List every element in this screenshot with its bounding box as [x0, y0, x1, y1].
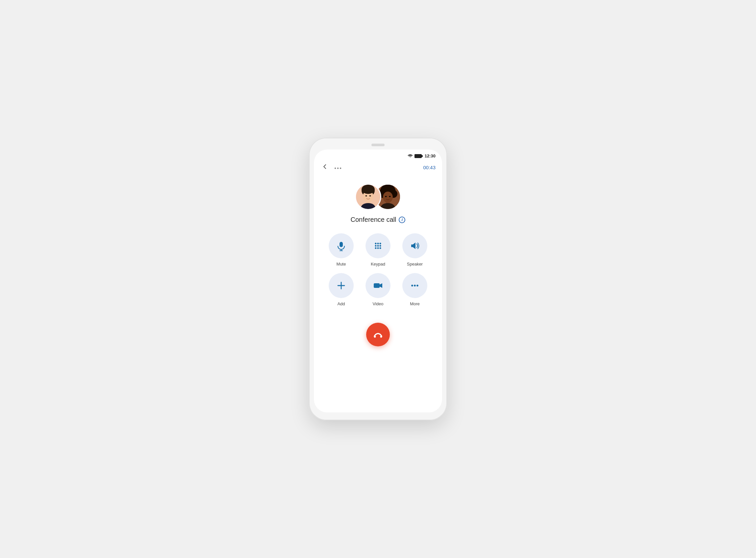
battery-icon [414, 154, 422, 158]
svg-point-10 [366, 195, 367, 197]
svg-point-7 [361, 185, 375, 194]
video-icon [373, 280, 383, 291]
svg-point-3 [340, 168, 341, 169]
speaker-button[interactable] [402, 233, 427, 258]
more-dots-icon [409, 280, 420, 291]
controls-grid: Mute [325, 233, 431, 306]
wifi-icon [408, 154, 413, 158]
avatars-group [355, 184, 401, 210]
control-item-add[interactable]: Add [325, 273, 357, 306]
svg-point-20 [385, 196, 387, 197]
svg-point-17 [383, 192, 393, 203]
keypad-icon [373, 240, 383, 251]
mute-button[interactable] [329, 233, 354, 258]
call-area: Conference call i [314, 174, 442, 412]
control-item-mute[interactable]: Mute [325, 233, 357, 267]
info-icon[interactable]: i [399, 217, 405, 223]
control-item-speaker[interactable]: Speaker [399, 233, 431, 267]
svg-point-25 [375, 243, 377, 245]
add-icon [336, 280, 347, 291]
svg-point-41 [380, 336, 382, 338]
phone-device: 12:30 00:43 [309, 138, 447, 420]
control-item-more[interactable]: More [399, 273, 431, 306]
svg-rect-22 [339, 242, 343, 247]
more-button[interactable] [402, 273, 427, 298]
phone-screen: 12:30 00:43 [314, 150, 442, 412]
back-button[interactable] [321, 162, 329, 173]
svg-point-33 [380, 248, 381, 249]
svg-point-38 [414, 285, 416, 286]
end-call-button[interactable] [366, 323, 390, 346]
svg-point-11 [370, 195, 371, 197]
speaker-label: Speaker [407, 261, 423, 267]
svg-rect-36 [374, 283, 380, 288]
control-item-keypad[interactable]: Keypad [362, 233, 394, 267]
svg-point-39 [417, 285, 419, 286]
hangup-icon [373, 330, 383, 339]
status-icons: 12:30 [408, 153, 435, 158]
video-label: Video [372, 301, 383, 306]
call-timer: 00:43 [423, 164, 435, 170]
video-button[interactable] [366, 273, 390, 298]
svg-point-26 [377, 243, 379, 245]
svg-point-27 [380, 243, 381, 245]
svg-point-37 [411, 285, 413, 286]
status-bar: 12:30 [314, 150, 442, 160]
top-bar: 00:43 [314, 160, 442, 174]
control-item-video[interactable]: Video [362, 273, 394, 306]
svg-point-28 [375, 245, 377, 247]
svg-point-40 [374, 336, 376, 338]
svg-point-30 [380, 245, 381, 247]
keypad-label: Keypad [371, 261, 385, 267]
svg-point-29 [377, 245, 379, 247]
add-label: Add [337, 301, 345, 306]
menu-dots-button[interactable] [334, 164, 342, 171]
svg-point-21 [389, 196, 391, 197]
svg-point-31 [375, 248, 377, 249]
avatar-1 [355, 184, 381, 210]
svg-marker-0 [409, 156, 411, 157]
svg-point-2 [337, 168, 338, 169]
svg-point-1 [335, 168, 336, 169]
mute-label: Mute [336, 261, 346, 267]
call-title: Conference call [351, 216, 396, 224]
add-button[interactable] [329, 273, 354, 298]
mic-icon [336, 240, 347, 251]
call-title-row: Conference call i [351, 216, 406, 224]
more-label: More [410, 301, 420, 306]
phone-notch [372, 144, 384, 146]
speaker-icon [409, 240, 420, 251]
svg-point-32 [377, 248, 379, 249]
status-time: 12:30 [425, 153, 435, 158]
top-bar-left [321, 162, 342, 173]
keypad-button[interactable] [366, 233, 390, 258]
